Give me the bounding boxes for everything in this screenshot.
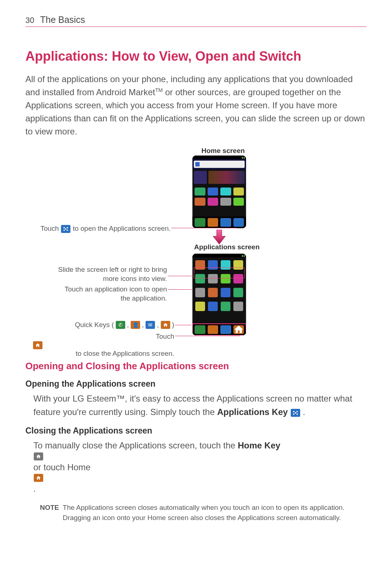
quick-key-messaging-icon: ✉ [146, 321, 155, 329]
leader-line [175, 336, 240, 336]
search-box [194, 161, 245, 168]
dock-home-icon [233, 325, 244, 334]
search-icon [195, 162, 200, 166]
dock-messaging-icon-2 [220, 325, 231, 334]
dock-contacts-icon [208, 218, 219, 227]
note-block: NOTE The Applications screen closes auto… [40, 503, 367, 523]
leader-line [175, 325, 192, 325]
section-heading: Opening and Closing the Applications scr… [25, 360, 367, 372]
quick-key-phone-icon: ✆ [116, 321, 125, 329]
dock-phone-icon [195, 218, 205, 227]
leader-line [168, 276, 194, 276]
opening-paragraph: With your LG Esteem™, it's easy to acces… [33, 392, 367, 419]
home-icon-grid [192, 185, 246, 206]
page-number: 30 [25, 16, 34, 25]
page-header: 30 The Basics [25, 15, 367, 27]
callout-quick-keys: Quick Keys ( ✆, 👤, ✉, ) [65, 321, 174, 330]
home-icon-inline [34, 474, 43, 482]
dock-apps-icon [233, 218, 244, 227]
widget-row [194, 171, 245, 184]
subsection-closing: Closing the Applications screen [25, 426, 367, 436]
dock-messaging-icon [220, 218, 231, 227]
callout-slide: Slide the screen left or right to bring … [58, 265, 167, 283]
phone-apps-screen: ▮▮ [192, 254, 246, 335]
subsection-opening: Opening the Applications screen [25, 379, 367, 389]
applications-key-label: Applications Key [217, 407, 288, 417]
page-title: Applications: How to View, Open and Swit… [25, 49, 367, 64]
apps-key-icon [61, 225, 70, 233]
dock-row-apps [192, 324, 246, 335]
arrow-down-icon [213, 230, 225, 244]
trademark-sup: TM [155, 87, 163, 93]
leader-line [168, 289, 193, 290]
callout-touch-icon: Touch an application icon to open the ap… [54, 285, 167, 303]
home-key-icon [34, 452, 43, 460]
note-label: NOTE [40, 503, 59, 523]
status-bar: ▮▮ [192, 156, 246, 159]
home-key-label: Home Key [238, 440, 280, 450]
dock-contacts-icon-2 [208, 325, 219, 334]
callout-open-apps: Touch to open the Applications screen. [33, 224, 171, 233]
quick-key-contacts-icon: 👤 [131, 321, 140, 329]
dock-row [192, 217, 246, 228]
caption-home-screen: Home screen [201, 147, 245, 155]
search-row [192, 159, 246, 169]
note-text: The Applications screen closes automatic… [63, 503, 367, 523]
apps-key-icon-inline [291, 409, 300, 417]
home-icon [33, 341, 42, 349]
phone-home-screen: ▮▮ [192, 156, 246, 228]
closing-paragraph: To manually close the Applications scree… [33, 439, 367, 495]
chapter-title: The Basics [40, 15, 85, 25]
leader-line [171, 228, 237, 228]
callout-close-apps: Touch to close the Applications screen. [33, 332, 174, 358]
apps-icon-grid [192, 257, 246, 323]
status-bar-2: ▮▮ [192, 254, 246, 257]
quick-key-home-icon [161, 321, 170, 329]
dock-phone-icon-2 [195, 325, 205, 334]
caption-apps-screen: Applications screen [191, 243, 263, 251]
intro-paragraph: All of the applications on your phone, i… [25, 73, 367, 138]
diagram: Home screen ▮▮ Applications screen ▮▮ [25, 147, 367, 350]
